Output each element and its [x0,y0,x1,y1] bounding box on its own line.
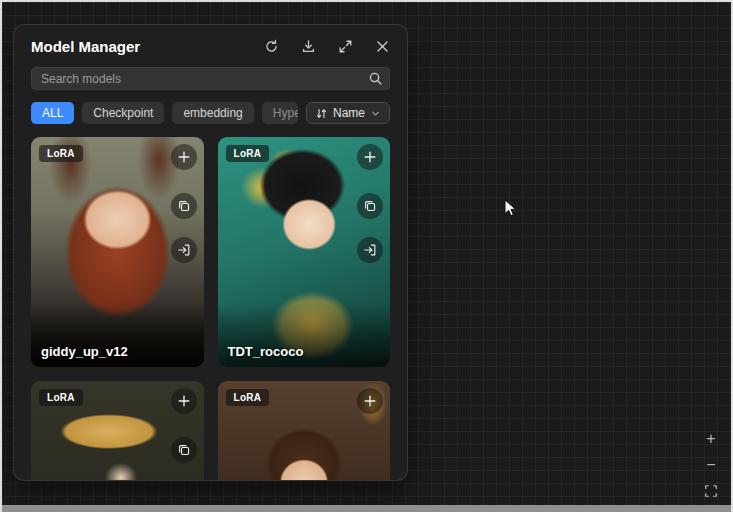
panel-toolbar [263,39,390,55]
panel-header: Model Manager [14,25,407,64]
sort-dropdown[interactable]: Name [306,102,390,124]
refresh-icon[interactable] [263,39,279,55]
copy-model-button[interactable] [357,193,383,219]
sort-label: Name [333,106,365,120]
import-icon [177,243,191,257]
filter-row: ALL Checkpoint embedding Hypernetwork Na… [31,102,390,124]
panel-title: Model Manager [31,38,140,55]
plus-icon [363,394,377,408]
plus-icon [177,150,191,164]
model-card[interactable]: LoRA giddy_up_v12 [31,137,204,367]
copy-icon [177,443,191,457]
add-model-button[interactable] [171,388,197,414]
copy-icon [177,199,191,213]
load-model-button[interactable] [171,237,197,263]
model-card-grid: LoRA giddy_up_v12 LoRA [31,137,390,480]
filter-chip-embedding[interactable]: embedding [172,102,253,124]
app-window: Model Manager [0,0,733,512]
import-icon [363,243,377,257]
add-model-button[interactable] [357,144,383,170]
model-name: TDT_rococo [228,344,304,359]
plus-icon [177,394,191,408]
add-model-button[interactable] [171,144,197,170]
bottom-strip [2,505,731,512]
fit-view-icon [704,484,718,498]
model-manager-panel: Model Manager [14,25,407,480]
model-card[interactable]: LoRA TDT_rococo [218,137,391,367]
zoom-out-button[interactable]: − [700,454,722,476]
search-input[interactable] [31,67,390,90]
model-type-badge: LoRA [39,145,83,162]
plus-icon [363,150,377,164]
download-icon[interactable] [300,39,316,55]
model-type-badge: LoRA [226,389,270,406]
search-icon [368,71,383,86]
model-name: giddy_up_v12 [41,344,128,359]
fit-view-button[interactable] [700,480,722,502]
copy-model-button[interactable] [171,193,197,219]
filter-chip-checkpoint[interactable]: Checkpoint [82,102,164,124]
zoom-in-button[interactable]: + [700,428,722,450]
sort-icon [315,107,328,120]
canvas-controls: + − [700,428,722,502]
load-model-button[interactable] [357,237,383,263]
search-bar [31,67,390,90]
expand-icon[interactable] [337,39,353,55]
copy-model-button[interactable] [171,437,197,463]
close-icon[interactable] [374,39,390,55]
filter-chip-all[interactable]: ALL [31,102,74,124]
model-type-badge: LoRA [226,145,270,162]
model-type-badge: LoRA [39,389,83,406]
model-card[interactable]: LoRA [218,381,391,480]
filter-chip-hypernetwork[interactable]: Hypernetwork [262,102,298,124]
copy-icon [363,199,377,213]
add-model-button[interactable] [357,388,383,414]
model-card[interactable]: LoRA [31,381,204,480]
chevron-down-icon [370,108,381,119]
